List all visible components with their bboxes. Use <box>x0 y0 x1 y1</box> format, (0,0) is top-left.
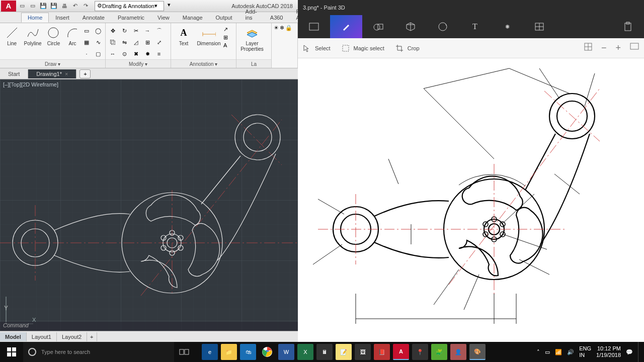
move-icon[interactable]: ✥ <box>108 26 118 36</box>
pin-notes[interactable]: 📝 <box>336 344 352 360</box>
pin-excel[interactable]: X <box>297 344 313 360</box>
drawing-viewport[interactable]: [–][Top][2D Wireframe] <box>0 79 298 342</box>
pin-misc2[interactable]: 👤 <box>450 344 466 360</box>
pin-autocad[interactable]: A <box>393 344 409 360</box>
stickers-icon[interactable] <box>427 15 459 38</box>
redo-icon[interactable]: ↷ <box>81 2 90 11</box>
save-icon[interactable]: 💾 <box>39 2 48 11</box>
undo-icon[interactable]: ↶ <box>70 2 79 11</box>
layer-properties-button[interactable]: Layer Properties <box>238 25 266 52</box>
new-icon[interactable]: ▭ <box>18 2 27 11</box>
mtext-icon[interactable]: A <box>223 42 228 48</box>
rotate-icon[interactable]: ↻ <box>119 26 129 36</box>
point-icon[interactable]: · <box>82 49 92 59</box>
spline-icon[interactable]: ∿ <box>93 37 103 47</box>
grid-icon[interactable] <box>584 43 592 53</box>
fillet-icon[interactable]: ⌒ <box>154 26 164 36</box>
explode-icon[interactable]: ✸ <box>142 49 152 59</box>
arc-button[interactable]: Arc <box>64 25 80 46</box>
layout1-tab[interactable]: Layout1 <box>27 332 57 341</box>
crop-tool[interactable]: Crop <box>395 44 420 52</box>
tab-output[interactable]: Output <box>209 13 239 23</box>
circle-button[interactable]: Circle <box>44 25 63 46</box>
task-view-icon[interactable] <box>174 342 194 362</box>
expand-icon[interactable] <box>298 15 330 38</box>
pin-misc1[interactable]: 🧩 <box>431 344 447 360</box>
erase-icon[interactable]: ✖ <box>131 49 141 59</box>
add-layout-button[interactable]: + <box>87 332 97 341</box>
pin-paint3d[interactable]: 🎨 <box>469 344 486 360</box>
leader-icon[interactable]: ↗ <box>223 26 228 33</box>
extend-icon[interactable]: → <box>142 26 152 36</box>
canvas-icon[interactable] <box>523 15 555 38</box>
pin-edge[interactable]: e <box>202 344 218 360</box>
paste-icon[interactable] <box>612 15 644 38</box>
panel-title-modify[interactable]: Modify ▾ <box>106 59 171 68</box>
plot-icon[interactable]: 🖶 <box>60 2 69 11</box>
layer-lock-icon[interactable]: 🔒 <box>285 25 292 31</box>
fit-icon[interactable] <box>630 43 639 53</box>
tab-manage[interactable]: Manage <box>176 13 209 23</box>
open-icon[interactable]: ▭ <box>28 2 37 11</box>
saveas-icon[interactable]: 💾 <box>49 2 58 11</box>
start-tab[interactable]: Start <box>0 69 28 78</box>
dimension-button[interactable]: Dimension <box>195 25 222 46</box>
tray-wifi-icon[interactable]: 📶 <box>555 349 562 355</box>
tab-home[interactable]: Home <box>21 13 49 23</box>
zoom-out-icon[interactable]: − <box>601 43 607 53</box>
tab-addins[interactable]: Add-ins <box>239 7 264 23</box>
new-drawing-button[interactable]: + <box>79 69 91 78</box>
array-icon[interactable]: ⊞ <box>142 37 152 47</box>
tab-a360[interactable]: A360 <box>264 13 290 23</box>
shapes2d-icon[interactable] <box>362 15 394 38</box>
mirror-icon[interactable]: ⇋ <box>119 37 129 47</box>
select-tool[interactable]: Select <box>303 44 331 52</box>
layer-freeze-icon[interactable]: ❄ <box>280 25 284 31</box>
tab-insert[interactable]: Insert <box>49 13 76 23</box>
brush-icon[interactable] <box>330 15 362 38</box>
text-icon[interactable]: T <box>459 15 491 38</box>
close-icon[interactable]: × <box>65 71 68 77</box>
chamfer-icon[interactable]: ◿ <box>131 37 141 47</box>
pin-reader[interactable]: 📕 <box>374 344 390 360</box>
effects-icon[interactable]: ✺ <box>491 15 523 38</box>
ellipse-icon[interactable]: ◯ <box>93 26 103 36</box>
copy-icon[interactable]: ⿻ <box>108 37 118 47</box>
panel-title-draw[interactable]: Draw ▾ <box>0 59 105 68</box>
datetime[interactable]: 10:12 PM 1/19/2018 <box>596 345 621 358</box>
tab-annotate[interactable]: Annotate <box>76 13 111 23</box>
clock[interactable]: ENG IN <box>579 345 591 358</box>
magic-select-tool[interactable]: Magic select <box>342 44 384 52</box>
pin-photos[interactable]: 🖼 <box>355 344 371 360</box>
paint3d-canvas[interactable]: Ø30 Ø20 Ø30 Ø20 80 129° 2xR50 2xR100 Ø20… <box>298 58 644 342</box>
region-icon[interactable]: ▢ <box>93 49 103 59</box>
rect-icon[interactable]: ▭ <box>82 26 92 36</box>
pin-maps[interactable]: 📍 <box>412 344 428 360</box>
hatch-icon[interactable]: ▦ <box>82 37 92 47</box>
zoom-in-icon[interactable]: + <box>615 43 621 53</box>
workspace-dropdown[interactable]: ⚙ Drafting & Annotation ▾ <box>95 1 164 11</box>
command-line[interactable]: Command <box>0 322 298 331</box>
polyline-button[interactable]: Polyline <box>23 25 42 46</box>
qat-dropdown-icon[interactable]: ▾ <box>168 2 177 11</box>
offset-icon[interactable]: ⊙ <box>119 49 129 59</box>
line-button[interactable]: Line <box>2 25 22 46</box>
tab-parametric[interactable]: Parametric <box>111 13 151 23</box>
table-icon[interactable]: ⊞ <box>223 34 228 41</box>
start-button[interactable] <box>0 342 23 362</box>
pin-word[interactable]: W <box>278 344 294 360</box>
shapes3d-icon[interactable] <box>394 15 427 38</box>
text-button[interactable]: AText <box>173 25 194 46</box>
scale-icon[interactable]: ⤢ <box>154 37 164 47</box>
panel-title-layers[interactable]: La <box>236 59 271 68</box>
layer-state-icon[interactable]: ☀ <box>274 25 279 31</box>
pin-chrome[interactable] <box>259 344 275 360</box>
tray-chevron-icon[interactable]: ˄ <box>537 349 540 355</box>
pin-explorer[interactable]: 📁 <box>221 344 237 360</box>
tray-battery-icon[interactable]: ▭ <box>545 349 550 355</box>
show-desktop-button[interactable] <box>638 342 641 362</box>
drawing-tab[interactable]: Drawing1*× <box>28 69 76 78</box>
tray-volume-icon[interactable]: 🔊 <box>567 349 574 355</box>
panel-title-annotation[interactable]: Annotation ▾ <box>171 59 236 68</box>
tab-view[interactable]: View <box>151 13 176 23</box>
